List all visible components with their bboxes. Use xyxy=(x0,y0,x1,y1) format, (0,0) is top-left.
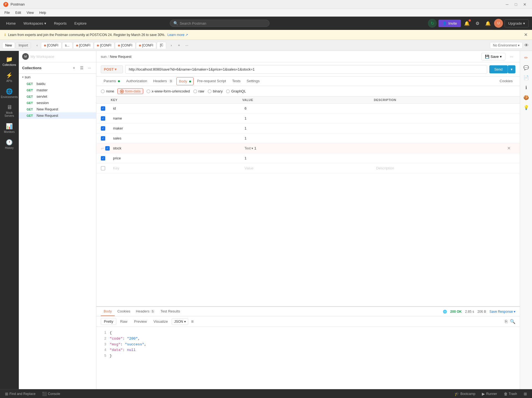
sidebar-item-apis[interactable]: ⚡ APIs xyxy=(0,69,19,85)
response-testresults-tab[interactable]: Test Results xyxy=(158,307,183,316)
row-3-checkbox[interactable]: ✓ xyxy=(101,126,105,131)
request-new-1[interactable]: GET New Request xyxy=(19,106,96,112)
row-3-desc[interactable] xyxy=(374,127,505,130)
sidebar-item-history[interactable]: 🕐 History xyxy=(0,136,19,152)
sidebar-item-monitors[interactable]: 📊 Monitors xyxy=(0,120,19,136)
save-response-button[interactable]: Save Response ▾ xyxy=(489,310,515,314)
tab-1[interactable]: [CONFI xyxy=(41,42,61,48)
urlencoded-option[interactable]: x-www-form-urlencoded xyxy=(147,89,190,93)
lightbulb-button[interactable]: 💡 xyxy=(522,103,531,112)
banner-close-button[interactable]: ✕ xyxy=(524,32,528,37)
bell-button[interactable]: 🔔 xyxy=(484,19,492,28)
request-baidu[interactable]: GET baidu xyxy=(19,81,96,87)
sidebar-item-environments[interactable]: 🌐 Environments xyxy=(0,85,19,101)
settings-tab[interactable]: Settings xyxy=(244,77,263,86)
row-3-key[interactable]: maker xyxy=(111,125,242,131)
env-eye-button[interactable]: 👁 xyxy=(523,42,530,49)
row-6-value[interactable]: 1 xyxy=(242,155,374,161)
body-tab[interactable]: Body xyxy=(176,77,194,85)
nav-home[interactable]: Home xyxy=(3,20,19,27)
tab-2[interactable]: s... xyxy=(62,42,73,48)
new-tab-button[interactable]: + xyxy=(176,42,182,49)
menu-help[interactable]: Help xyxy=(37,10,48,15)
row-4-desc[interactable] xyxy=(374,137,505,139)
menu-edit[interactable]: Edit xyxy=(13,10,23,15)
form-data-selector[interactable]: form-data xyxy=(117,88,143,94)
info-button[interactable]: ℹ xyxy=(522,83,531,92)
save-button[interactable]: 💾 Save ▾ xyxy=(481,53,505,60)
sort-collections-button[interactable]: ☰ xyxy=(78,64,85,71)
add-collection-button[interactable]: + xyxy=(71,64,77,71)
sync-icon-button[interactable]: ↻ xyxy=(428,19,437,28)
new-button[interactable]: New xyxy=(2,42,15,49)
prerequest-tab[interactable]: Pre-request Script xyxy=(194,77,229,86)
sidebar-item-collections[interactable]: 📁 Collections xyxy=(0,53,19,69)
tab-4[interactable]: [CONFI xyxy=(94,42,114,48)
row-4-key[interactable]: sales xyxy=(111,135,242,141)
trash-button[interactable]: 🗑 Trash xyxy=(502,391,519,397)
search-bar[interactable]: 🔍 Search Postman xyxy=(170,20,269,27)
row-2-value[interactable]: 1 xyxy=(242,115,374,122)
invite-button[interactable]: 👤 Invite xyxy=(438,20,461,27)
row-4-checkbox[interactable]: ✓ xyxy=(101,136,105,141)
send-dropdown-button[interactable]: ▾ xyxy=(508,65,515,73)
row-4-value[interactable]: 1 xyxy=(242,135,374,141)
tests-tab[interactable]: Tests xyxy=(229,77,243,86)
params-tab[interactable]: Params xyxy=(101,77,123,86)
row-5-delete-button[interactable]: ✕ xyxy=(505,145,512,152)
tab-6[interactable]: [CONFI xyxy=(136,42,156,48)
row-6-key[interactable]: price xyxy=(111,155,242,161)
nav-reports[interactable]: Reports xyxy=(51,20,70,27)
console-button[interactable]: ⬛ Console xyxy=(40,391,62,397)
graphql-option[interactable]: GraphQL xyxy=(226,89,246,93)
empty-key-placeholder[interactable]: Key xyxy=(111,165,242,171)
row-2-checkbox[interactable]: ✓ xyxy=(101,116,105,121)
copy-response-button[interactable]: ⎘ xyxy=(505,319,508,324)
method-selector[interactable]: POST ▾ xyxy=(101,65,123,73)
raw-format-button[interactable]: Raw xyxy=(117,318,130,325)
request-new-2[interactable]: GET New Request xyxy=(19,112,96,119)
find-replace-button[interactable]: ⊞ Find and Replace xyxy=(3,391,37,397)
row-5-checkbox[interactable]: ✓ xyxy=(105,146,110,151)
cookies-button[interactable]: Cookies xyxy=(497,77,515,86)
preview-format-button[interactable]: Preview xyxy=(131,318,150,325)
nav-explore[interactable]: Explore xyxy=(72,20,89,27)
collection-sun[interactable]: ▾ sun xyxy=(19,74,96,81)
row-1-value[interactable]: 6 xyxy=(242,105,374,112)
response-body-tab[interactable]: Body xyxy=(101,307,115,316)
response-cookies-tab[interactable]: Cookies xyxy=(115,307,133,316)
more-tabs-button[interactable]: ··· xyxy=(183,42,190,49)
comment-button[interactable]: 💬 xyxy=(522,63,531,72)
nav-workspaces[interactable]: Workspaces ▾ xyxy=(21,20,49,27)
tab-forward-button[interactable]: › xyxy=(168,42,174,49)
request-session[interactable]: GET session xyxy=(19,100,96,106)
avatar-button[interactable]: U xyxy=(494,19,503,28)
cookies-panel-button[interactable]: 🍪 xyxy=(522,93,531,102)
empty-desc-placeholder[interactable]: Description xyxy=(374,165,505,171)
request-servlet[interactable]: GET servlet xyxy=(19,93,96,100)
row-1-checkbox[interactable]: ✓ xyxy=(101,106,105,111)
row-3-value[interactable]: 1 xyxy=(242,125,374,131)
close-button[interactable]: ✕ xyxy=(521,2,529,7)
row-5-value[interactable]: 1 xyxy=(254,146,256,150)
drag-handle-icon[interactable]: ⇌ xyxy=(101,146,104,151)
send-button[interactable]: Send xyxy=(489,65,508,73)
settings-button[interactable]: ⚙ xyxy=(473,19,482,28)
bootcamp-button[interactable]: 🎓 Bootcamp xyxy=(453,391,477,397)
row-2-key[interactable]: name xyxy=(111,115,242,122)
row-1-key[interactable]: id xyxy=(111,105,242,112)
maximize-button[interactable]: □ xyxy=(512,2,520,7)
edit-button[interactable]: ✏ xyxy=(522,53,531,62)
value-type-selector[interactable]: Text ▾ xyxy=(245,146,253,150)
request-more-button[interactable]: ··· xyxy=(508,53,515,60)
import-button[interactable]: Import xyxy=(16,42,31,49)
tab-7-active[interactable]: [C xyxy=(157,42,166,49)
empty-row-checkbox[interactable] xyxy=(101,166,105,170)
row-1-desc[interactable] xyxy=(374,107,505,110)
row-5-desc[interactable] xyxy=(374,147,505,149)
response-headers-tab[interactable]: Headers 5 xyxy=(133,307,158,316)
more-collections-button[interactable]: ··· xyxy=(86,64,93,71)
menu-view[interactable]: View xyxy=(24,10,36,15)
empty-value-placeholder[interactable]: Value xyxy=(242,165,374,171)
row-2-desc[interactable] xyxy=(374,117,505,120)
